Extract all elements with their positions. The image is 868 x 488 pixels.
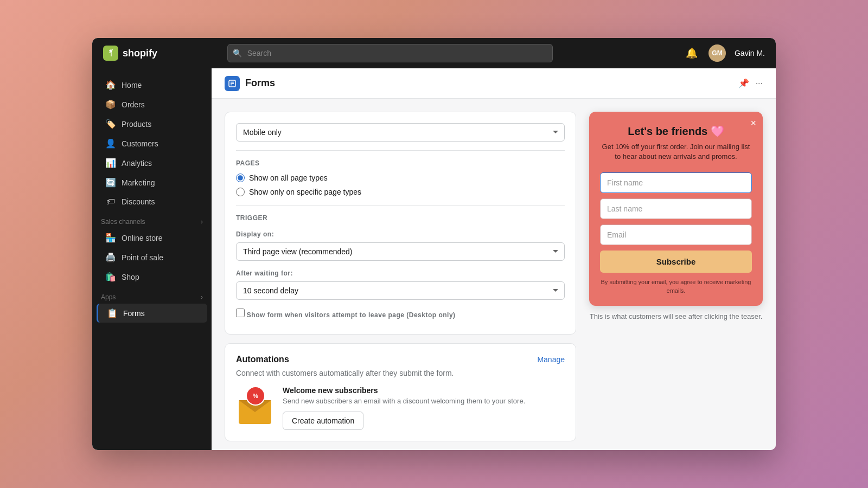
radio-all-pages-label: Show on all page types xyxy=(249,174,328,182)
page-title-icon xyxy=(225,76,240,91)
search-icon: 🔍 xyxy=(233,49,242,57)
pos-icon: 🖨️ xyxy=(105,252,116,262)
automations-description: Connect with customers automatically aft… xyxy=(236,369,565,377)
create-automation-button[interactable]: Create automation xyxy=(283,412,363,430)
content-area: Forms 📌 ··· Mobile only Desktop only All… xyxy=(212,68,776,450)
automation-icon: % xyxy=(236,386,274,424)
header-right: 🔔 GM Gavin M. xyxy=(684,44,765,62)
logo: shopify xyxy=(103,46,157,61)
exit-intent-checkbox-label[interactable]: Show form when visitors attempt to leave… xyxy=(236,309,565,319)
exit-intent-checkbox[interactable] xyxy=(236,309,245,317)
popup-last-name-input[interactable] xyxy=(600,198,752,219)
logo-text: shopify xyxy=(123,48,157,59)
radio-all-pages[interactable]: Show on all page types xyxy=(236,174,565,182)
orders-icon: 📦 xyxy=(105,99,116,110)
sidebar-item-shop[interactable]: 🛍️ Shop xyxy=(97,267,207,286)
radio-specific-pages-input[interactable] xyxy=(236,188,245,196)
exit-intent-label: Show form when visitors attempt to leave… xyxy=(247,311,456,319)
home-icon: 🏠 xyxy=(105,80,116,90)
radio-specific-pages[interactable]: Show only on specific page types xyxy=(236,188,565,196)
popup-preview: × Let's be friends 🩷 Get 10% off your fi… xyxy=(589,112,763,306)
automation-item: % Welcome new subscribers Send new subsc… xyxy=(236,386,565,430)
page-title: Forms xyxy=(245,78,275,89)
main-column: Mobile only Desktop only All devices PAG… xyxy=(225,112,576,437)
sidebar-item-label: Point of sale xyxy=(122,253,163,262)
popup-first-name-input[interactable] xyxy=(600,172,752,193)
sidebar-item-label: Forms xyxy=(123,309,145,318)
sales-channels-section: Sales channels › xyxy=(92,211,212,228)
sidebar-item-products[interactable]: 🏷️ Products xyxy=(97,114,207,133)
subscribe-button[interactable]: Subscribe xyxy=(600,251,752,273)
popup-email-input[interactable] xyxy=(600,224,752,245)
svg-rect-0 xyxy=(103,46,118,61)
user-name: Gavin M. xyxy=(735,49,765,57)
device-select[interactable]: Mobile only Desktop only All devices xyxy=(236,123,565,142)
automation-item-desc: Send new subscribers an email with a dis… xyxy=(283,397,525,405)
sidebar-item-label: Home xyxy=(122,81,142,89)
device-card: Mobile only Desktop only All devices PAG… xyxy=(225,112,576,335)
sidebar-item-online-store[interactable]: 🏪 Online store xyxy=(97,228,207,247)
page-content: Mobile only Desktop only All devices PAG… xyxy=(212,99,776,450)
automations-title: Automations xyxy=(236,355,289,364)
online-store-icon: 🏪 xyxy=(105,233,116,243)
trigger-section-label: TRIGGER xyxy=(236,214,565,222)
products-icon: 🏷️ xyxy=(105,119,116,129)
discount-badge: % xyxy=(246,386,265,406)
sidebar-item-forms[interactable]: 📋 Forms xyxy=(97,304,207,323)
radio-specific-pages-label: Show only on specific page types xyxy=(249,188,361,196)
sidebar-item-orders[interactable]: 📦 Orders xyxy=(97,95,207,114)
radio-group: Show on all page types Show only on spec… xyxy=(236,174,565,196)
wait-for-group: After waiting for: 10 second delay 5 sec… xyxy=(236,269,565,300)
exit-intent-group: Show form when visitors attempt to leave… xyxy=(236,309,565,319)
sidebar-item-analytics[interactable]: 📊 Analytics xyxy=(97,153,207,172)
popup-legal-text: By submitting your email, you agree to r… xyxy=(600,278,752,295)
sidebar-item-customers[interactable]: 👤 Customers xyxy=(97,134,207,153)
sidebar-item-marketing[interactable]: 🔄 Marketing xyxy=(97,173,207,192)
display-on-select[interactable]: Third page view (recommended) First page… xyxy=(236,242,565,261)
sidebar-item-discounts[interactable]: 🏷 Discounts xyxy=(97,192,207,211)
popup-subtitle: Get 10% off your first order. Join our m… xyxy=(600,142,752,162)
search-bar: 🔍 xyxy=(227,44,553,62)
automations-header: Automations Manage xyxy=(236,355,565,364)
header-actions: 📌 ··· xyxy=(738,78,763,88)
sidebar: 🏠 Home 📦 Orders 🏷️ Products 👤 Customers … xyxy=(92,68,212,450)
analytics-icon: 📊 xyxy=(105,158,116,168)
discounts-icon: 🏷 xyxy=(105,197,116,207)
automation-item-title: Welcome new subscribers xyxy=(283,386,525,395)
popup-title: Let's be friends 🩷 xyxy=(600,125,752,138)
more-button[interactable]: ··· xyxy=(756,79,763,88)
sidebar-item-label: Discounts xyxy=(122,197,155,206)
search-input[interactable] xyxy=(227,44,553,62)
automation-info: Welcome new subscribers Send new subscri… xyxy=(283,386,525,430)
sidebar-item-label: Shop xyxy=(122,273,139,281)
popup-close-button[interactable]: × xyxy=(750,118,756,128)
sidebar-item-point-of-sale[interactable]: 🖨️ Point of sale xyxy=(97,248,207,267)
expand-icon: › xyxy=(201,218,203,226)
main-layout: 🏠 Home 📦 Orders 🏷️ Products 👤 Customers … xyxy=(92,68,776,450)
apps-expand-icon: › xyxy=(201,293,203,301)
sidebar-item-label: Customers xyxy=(122,139,158,148)
marketing-icon: 🔄 xyxy=(105,177,116,188)
preview-caption: This is what customers will see after cl… xyxy=(589,312,763,320)
sidebar-item-label: Orders xyxy=(122,100,145,109)
wait-for-select[interactable]: 10 second delay 5 second delay 30 second… xyxy=(236,281,565,300)
avatar: GM xyxy=(709,44,726,62)
automations-card: Automations Manage Connect with customer… xyxy=(225,343,576,441)
pin-icon[interactable]: 📌 xyxy=(738,78,749,88)
preview-column: × Let's be friends 🩷 Get 10% off your fi… xyxy=(589,112,763,437)
wait-for-label: After waiting for: xyxy=(236,269,565,277)
sidebar-item-home[interactable]: 🏠 Home xyxy=(97,75,207,94)
display-on-group: Display on: Third page view (recommended… xyxy=(236,230,565,261)
page-title-wrap: Forms xyxy=(225,76,275,91)
manage-link[interactable]: Manage xyxy=(537,355,565,364)
radio-all-pages-input[interactable] xyxy=(236,174,245,182)
forms-icon: 📋 xyxy=(107,308,118,318)
sidebar-item-label: Products xyxy=(122,120,151,129)
shop-icon: 🛍️ xyxy=(105,272,116,282)
page-header: Forms 📌 ··· xyxy=(212,68,776,99)
sidebar-item-label: Marketing xyxy=(122,178,155,187)
apps-section: Apps › xyxy=(92,287,212,303)
header: shopify 🔍 🔔 GM Gavin M. xyxy=(92,38,776,68)
customers-icon: 👤 xyxy=(105,138,116,149)
notifications-button[interactable]: 🔔 xyxy=(684,45,700,61)
